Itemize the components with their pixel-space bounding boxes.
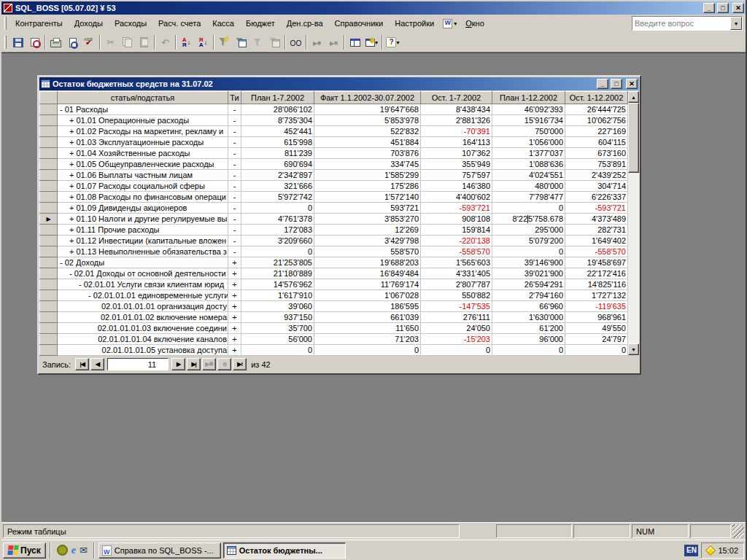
type-cell[interactable]: + (228, 257, 241, 268)
table-row[interactable]: - 02.01.01 Услуги связи клиентам юрид+14… (40, 279, 628, 290)
value-cell[interactable]: 451'884 (314, 137, 421, 148)
value-cell[interactable]: 56'000 (241, 334, 314, 345)
type-cell[interactable]: - (228, 236, 241, 246)
goto-record-button[interactable]: ▶! (233, 358, 247, 370)
value-cell[interactable]: 11'650 (314, 323, 421, 334)
value-cell[interactable]: 28'086'102 (241, 104, 314, 115)
row-selector[interactable] (40, 170, 58, 181)
value-cell[interactable]: 12'269 (314, 225, 421, 236)
value-cell[interactable]: 175'286 (314, 181, 421, 192)
value-cell[interactable]: 1'630'000 (492, 312, 565, 323)
value-cell[interactable]: 1'377'037 (492, 148, 565, 159)
row-selector[interactable] (40, 203, 58, 214)
article-cell[interactable]: 02.01.01.01.01 организация досту (58, 301, 228, 312)
scrollbar-thumb[interactable] (628, 103, 639, 173)
find-button[interactable] (287, 34, 304, 50)
language-indicator[interactable]: EN (684, 545, 698, 556)
value-cell[interactable]: -15'203 (421, 334, 492, 345)
menu-item-rashody[interactable]: Расходы (109, 17, 152, 30)
value-cell[interactable]: 164'113 (421, 137, 492, 148)
article-cell[interactable]: 02.01.01.01.03 включение соедини (58, 323, 228, 334)
value-cell[interactable]: 661'039 (314, 312, 421, 323)
article-cell[interactable]: + 01.02 Расходы на маркетинг, рекламу и (58, 126, 228, 137)
value-cell[interactable]: 16'849'484 (314, 268, 421, 279)
value-cell[interactable]: -558'570 (421, 246, 492, 257)
value-cell[interactable]: 8'438'434 (421, 104, 492, 115)
value-cell[interactable]: 71'203 (314, 334, 421, 345)
value-cell[interactable]: 4'331'405 (421, 268, 492, 279)
value-cell[interactable]: 3'429'798 (314, 236, 421, 246)
help-button[interactable]: ▾ (384, 34, 401, 50)
table-row[interactable]: + 01.06 Выплаты частным лицам-2'342'8971… (40, 170, 628, 181)
value-cell[interactable]: 186'595 (314, 301, 421, 312)
value-cell[interactable]: 26'594'291 (492, 279, 565, 290)
format-search-button[interactable] (26, 34, 43, 50)
table-row[interactable]: + 01.11 Прочие расходы-172'08312'269159'… (40, 225, 628, 236)
value-cell[interactable]: 24'050 (421, 323, 492, 334)
internet-explorer-icon[interactable]: e (71, 545, 76, 556)
value-cell[interactable]: 39'060 (241, 301, 314, 312)
value-cell[interactable]: 19'458'697 (565, 257, 628, 268)
value-cell[interactable]: 1'617'910 (241, 290, 314, 301)
table-row[interactable]: 02.01.01.01.03 включение соедини+35'7001… (40, 323, 628, 334)
value-cell[interactable]: 811'239 (241, 148, 314, 159)
article-cell[interactable]: + 01.11 Прочие расходы (58, 225, 228, 236)
value-cell[interactable]: 1'572'140 (314, 192, 421, 203)
value-cell[interactable]: 39'146'900 (492, 257, 565, 268)
type-cell[interactable]: - (228, 170, 241, 181)
table-row[interactable]: 02.01.01.01.02 включение номера+937'1506… (40, 312, 628, 323)
value-cell[interactable]: 1'565'603 (421, 257, 492, 268)
type-cell[interactable]: - (228, 137, 241, 148)
menu-item-dohody[interactable]: Доходы (69, 17, 109, 30)
row-selector[interactable]: ▶ (40, 214, 58, 225)
row-selector[interactable] (40, 115, 58, 126)
ask-question-combobox[interactable]: Введите вопрос ▾ (632, 16, 743, 31)
value-cell[interactable]: 19'688'203 (314, 257, 421, 268)
child-minimize-button[interactable]: _ (597, 79, 608, 89)
value-cell[interactable]: 6'226'337 (565, 192, 628, 203)
row-selector[interactable] (40, 301, 58, 312)
row-selector[interactable] (40, 148, 58, 159)
value-cell[interactable]: 2'881'326 (421, 115, 492, 126)
menu-item-kassa[interactable]: Касса (206, 17, 240, 30)
column-header[interactable]: Ост. 1-12.2002 (565, 92, 628, 104)
table-row[interactable]: + 01.13 Невыполненные обязяательства з-0… (40, 246, 628, 257)
filter-by-selection-button[interactable]: ⚡ (216, 34, 233, 50)
value-cell[interactable]: 452'441 (241, 126, 314, 137)
tray-app-icon[interactable] (705, 545, 716, 555)
row-selector[interactable] (40, 225, 58, 236)
taskbar-task-button[interactable]: Остаток бюджетны... (223, 542, 346, 559)
table-row[interactable]: 02.01.01.01.01 организация досту+39'0601… (40, 301, 628, 312)
table-row[interactable]: + 01.05 Общеуправленческие расходы-690'6… (40, 159, 628, 170)
value-cell[interactable]: 2'342'897 (241, 170, 314, 181)
table-row[interactable]: - 02 Доходы+21'253'80519'688'2031'565'60… (40, 257, 628, 268)
table-row[interactable]: 02.01.01.01.05 установка доступа+00000 (40, 345, 628, 356)
value-cell[interactable]: 968'961 (565, 312, 628, 323)
row-selector[interactable] (40, 312, 58, 323)
value-cell[interactable]: 3'853'270 (314, 214, 421, 225)
table-row[interactable]: + 01.04 Хозяйственные расходы-811'239703… (40, 148, 628, 159)
value-cell[interactable]: 295'000 (492, 225, 565, 236)
type-cell[interactable]: - (228, 126, 241, 137)
value-cell[interactable]: 21'253'805 (241, 257, 314, 268)
value-cell[interactable]: 14'576'962 (241, 279, 314, 290)
article-cell[interactable]: 02.01.01.01.02 включение номера (58, 312, 228, 323)
type-cell[interactable]: + (228, 323, 241, 334)
row-selector[interactable] (40, 257, 58, 268)
article-cell[interactable]: - 01 Расходы (58, 104, 228, 115)
table-row[interactable]: + 01.03 Эксплуатационные расходы-615'998… (40, 137, 628, 148)
article-cell[interactable]: - 02 Доходы (58, 257, 228, 268)
value-cell[interactable]: 1'585'299 (314, 170, 421, 181)
type-cell[interactable]: - (228, 203, 241, 214)
table-row[interactable]: + 01.08 Расходы по финансовым операци-5'… (40, 192, 628, 203)
row-selector[interactable] (40, 236, 58, 246)
value-cell[interactable]: 703'876 (314, 148, 421, 159)
type-cell[interactable]: - (228, 104, 241, 115)
value-cell[interactable]: 0 (241, 246, 314, 257)
print-preview-button[interactable] (64, 34, 81, 50)
menu-item-okno[interactable]: Окно (460, 17, 490, 30)
value-cell[interactable]: 4'373'489 (565, 214, 628, 225)
value-cell[interactable]: 46'092'393 (492, 104, 565, 115)
next-record-button[interactable]: ▶ (171, 358, 185, 370)
value-cell[interactable]: 39'021'900 (492, 268, 565, 279)
